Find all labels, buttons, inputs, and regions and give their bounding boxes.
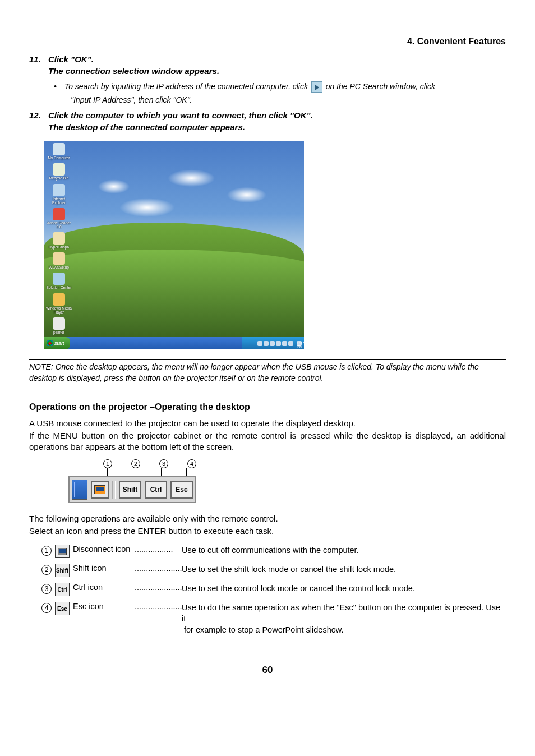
hills-front <box>44 250 304 337</box>
toolbar-handle <box>72 480 87 500</box>
legend-num-1: 1 <box>41 546 52 556</box>
legend-row-2: 2 Shift Shift icon .....................… <box>41 564 506 577</box>
bullet-item: • To search by inputting the IP address … <box>54 80 506 93</box>
ctrl-icon: Ctrl <box>55 583 70 596</box>
solution-center-icon <box>53 273 65 285</box>
operations-intro-1: The following operations are available o… <box>29 513 506 524</box>
toolbar-diagram: 1 2 3 4 Shift Ctrl Esc <box>68 459 506 503</box>
desktop-icon: HyperSnap6 <box>46 232 72 249</box>
toolbar-separator <box>112 481 116 499</box>
legend-num-3: 3 <box>41 584 52 594</box>
instruction-steps: 11. Click "OK". The connection selection… <box>29 54 506 132</box>
disconnect-button-icon <box>91 481 109 499</box>
legend-num-2: 2 <box>41 565 52 575</box>
callout-4: 4 <box>187 459 196 468</box>
step-number: 11. <box>29 54 48 64</box>
tray-icon <box>282 341 287 346</box>
operations-p2: If the MENU button on the projector cabi… <box>29 430 506 453</box>
legend-label: Shift icon <box>73 564 135 573</box>
desktop-icon: WLANSetup <box>46 252 72 269</box>
ie-icon <box>53 184 65 196</box>
adobe-reader-icon <box>53 208 65 220</box>
legend-row-1: 1 Disconnect icon ................. Use … <box>41 545 506 558</box>
desktop-icon: Recycle Bin <box>46 163 72 180</box>
leader-dots: ................. <box>135 545 182 554</box>
tray-icon <box>257 341 262 346</box>
start-button: start <box>44 337 70 349</box>
legend-desc: Use to set the shift lock mode or cancel… <box>182 564 506 575</box>
legend-row-3: 3 Ctrl Ctrl icon .......................… <box>41 583 506 596</box>
note-rule-bottom <box>29 385 506 385</box>
desktop-icon: Internet Explorer <box>46 184 72 205</box>
shift-icon: Shift <box>55 564 70 577</box>
monitor-icon <box>94 485 105 494</box>
legend-desc-cont: for example to stop a PowerPoint slidesh… <box>184 624 506 635</box>
operations-toolbar: Shift Ctrl Esc <box>68 476 196 503</box>
desktop-icon: Windows Media Player <box>46 293 72 314</box>
tick <box>107 468 108 476</box>
tick <box>161 468 162 476</box>
step-11: 11. Click "OK". <box>29 54 506 64</box>
shift-key-icon: Shift <box>119 481 141 499</box>
callout-numbers: 1 2 3 4 <box>103 459 506 468</box>
note-text: NOTE: Once the desktop appears, the menu… <box>29 361 506 384</box>
desktop-icon: Solution Center <box>46 273 72 289</box>
step-text: Click "OK". <box>48 54 94 64</box>
callout-3: 3 <box>159 459 168 468</box>
tray-icon <box>288 341 293 346</box>
header-rule <box>29 34 506 34</box>
my-computer-icon <box>53 143 65 155</box>
tick <box>135 468 135 476</box>
page-number: 60 <box>29 665 506 676</box>
note-rule-top <box>29 359 506 360</box>
bullet-part-a: To search by inputting the IP address of… <box>64 82 310 91</box>
callout-1: 1 <box>103 459 112 468</box>
taskbar: start 1:37 PM <box>44 337 304 349</box>
leader-dots: ............................ <box>135 564 182 573</box>
wmp-icon <box>53 293 65 306</box>
callout-2: 2 <box>131 459 140 468</box>
desktop-screenshot: My Computer Recycle Bin Internet Explore… <box>44 141 304 349</box>
bullet-part-b: on the PC Search window, click <box>326 82 435 91</box>
tray-clock: 1:37 PM <box>297 341 302 346</box>
tray-icon <box>264 341 269 346</box>
section-title: 4. Convenient Features <box>29 36 506 47</box>
desktop-icons-column: My Computer Recycle Bin Internet Explore… <box>46 143 72 334</box>
operations-p1: A USB mouse connected to the projector c… <box>29 418 506 429</box>
step-11-sub: The connection selection window appears. <box>48 66 506 76</box>
legend-label: Disconnect icon <box>73 545 135 554</box>
recycle-bin-icon <box>53 163 65 176</box>
monitor-icon <box>58 548 67 555</box>
step-12: 12. Click the computer to which you want… <box>29 110 506 120</box>
legend-row-4: 4 Esc Esc icon .........................… <box>41 602 506 624</box>
system-tray: 1:37 PM <box>242 337 304 349</box>
esc-icon: Esc <box>55 602 70 615</box>
wlan-setup-icon <box>53 252 65 265</box>
icon-legend-list: 1 Disconnect icon ................. Use … <box>41 545 506 635</box>
legend-desc: Use to set the control lock mode or canc… <box>182 583 506 594</box>
desktop-icon: painter <box>46 317 72 334</box>
bullet-text: To search by inputting the IP address of… <box>64 80 506 93</box>
tick <box>186 468 187 476</box>
leader-dots: ............................. <box>135 602 182 611</box>
ctrl-key-icon: Ctrl <box>145 481 167 499</box>
windows-flag-icon <box>47 340 53 346</box>
desktop-icon: Adobe Reader 9.0 <box>46 208 72 229</box>
painter-icon <box>53 317 65 330</box>
bullet-continuation: "Input IP Address", then click "OK". <box>71 94 506 106</box>
document-page: 4. Convenient Features 11. Click "OK". T… <box>0 0 535 698</box>
step-text: Click the computer to which you want to … <box>48 110 313 120</box>
step-number: 12. <box>29 110 48 120</box>
operations-intro-2: Select an icon and press the ENTER butto… <box>29 525 506 537</box>
callout-ticks <box>107 468 506 476</box>
legend-desc: Use to cut off communications with the c… <box>182 545 506 556</box>
leader-dots: ............................. <box>135 583 182 592</box>
disconnect-icon <box>55 545 70 558</box>
legend-label: Ctrl icon <box>73 583 135 592</box>
tray-icon <box>276 341 281 346</box>
play-arrow-icon <box>311 81 322 93</box>
operations-heading: Operations on the projector –Operating t… <box>29 402 506 412</box>
step-12-sub: The desktop of the connected computer ap… <box>48 122 506 132</box>
legend-label: Esc icon <box>73 602 135 611</box>
bullet-marker: • <box>54 80 57 93</box>
